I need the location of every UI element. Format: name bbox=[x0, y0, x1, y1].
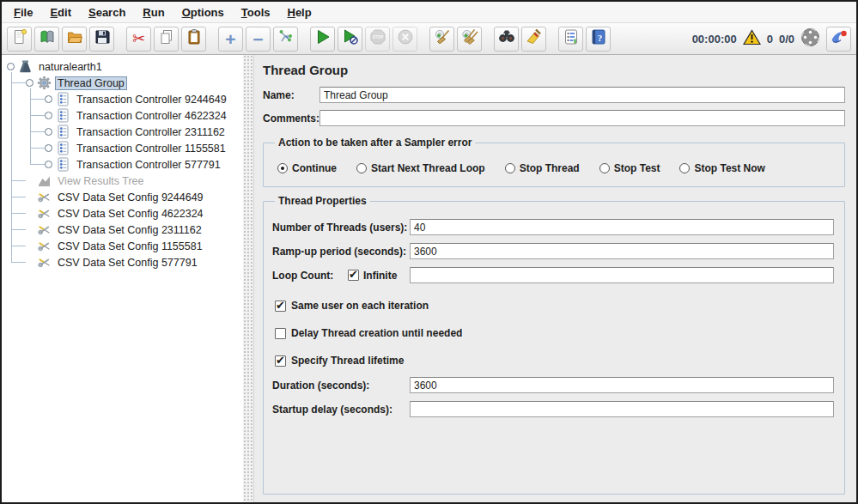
start-button[interactable] bbox=[310, 27, 335, 52]
expand-handle-icon[interactable] bbox=[45, 112, 52, 119]
thread-group-gear-icon bbox=[37, 76, 52, 90]
search-binoculars-icon bbox=[497, 27, 516, 50]
loop-count-input[interactable] bbox=[410, 267, 834, 283]
copy-button[interactable] bbox=[154, 27, 179, 52]
menu-search[interactable]: Search bbox=[80, 4, 134, 21]
menu-bar: FileEditSearchRunOptionsToolsHelp bbox=[2, 2, 856, 23]
comments-input[interactable] bbox=[319, 110, 845, 126]
tree-row[interactable]: View Results Tree bbox=[2, 173, 243, 189]
menu-help[interactable]: Help bbox=[278, 4, 319, 21]
expand-handle-icon[interactable] bbox=[45, 161, 52, 168]
expand-handle-icon[interactable] bbox=[45, 128, 52, 136]
tree-label: CSV Data Set Config 1155581 bbox=[55, 240, 205, 253]
menu-run[interactable]: Run bbox=[134, 4, 173, 21]
csv-config-icon bbox=[37, 206, 52, 221]
svg-text:STOP: STOP bbox=[372, 35, 382, 39]
sampler-error-group: Action to be taken after a Sampler error… bbox=[263, 137, 845, 187]
name-input[interactable] bbox=[319, 87, 845, 103]
tree-row[interactable]: Transaction Controller 9244649 bbox=[2, 91, 243, 107]
menu-edit[interactable]: Edit bbox=[41, 4, 80, 21]
startup-delay-label: Startup delay (seconds): bbox=[272, 404, 410, 416]
help-button[interactable]: ? bbox=[586, 27, 611, 52]
clear-button[interactable] bbox=[429, 27, 454, 52]
tree-row[interactable]: CSV Data Set Config 4622324 bbox=[2, 205, 243, 222]
same-user-checkbox[interactable] bbox=[275, 301, 286, 312]
tree-label: CSV Data Set Config 9244649 bbox=[55, 191, 206, 204]
delay-creation-checkbox[interactable] bbox=[275, 328, 286, 339]
templates-button[interactable] bbox=[34, 27, 59, 52]
tree-row[interactable]: CSV Data Set Config 577791 bbox=[2, 254, 243, 270]
infinite-checkbox[interactable] bbox=[348, 270, 359, 281]
tree-row[interactable]: Transaction Controller 577791 bbox=[2, 156, 243, 173]
shutdown-button[interactable] bbox=[392, 27, 417, 52]
tree-label: CSV Data Set Config 4622324 bbox=[55, 207, 206, 221]
tree-label: Transaction Controller 4622324 bbox=[74, 109, 229, 123]
collapse-handle-icon[interactable] bbox=[7, 63, 15, 70]
search-reset-button[interactable] bbox=[521, 27, 546, 52]
tree-label: Thread Group bbox=[55, 76, 127, 90]
save-button[interactable] bbox=[89, 27, 114, 52]
tree-label: CSV Data Set Config 577791 bbox=[55, 256, 200, 270]
transaction-controller-icon bbox=[56, 124, 70, 139]
rampup-label: Ramp-up period (seconds): bbox=[272, 246, 410, 258]
stop-button[interactable]: STOP bbox=[365, 27, 390, 52]
elapsed-timer: 00:00:00 bbox=[692, 33, 737, 46]
tree-connector bbox=[30, 148, 45, 149]
expand-handle-icon[interactable] bbox=[45, 95, 52, 103]
search-button[interactable] bbox=[494, 27, 519, 52]
tree-row[interactable]: Thread Group bbox=[2, 75, 243, 91]
radio-stop-test[interactable]: Stop Test bbox=[599, 162, 660, 174]
remote-indicator-icon bbox=[800, 27, 820, 51]
tree-row[interactable]: CSV Data Set Config 9244649 bbox=[2, 189, 243, 205]
toolbar-status: 00:00:00 0 0/0 bbox=[692, 27, 851, 52]
rampup-input[interactable] bbox=[410, 243, 834, 259]
remove-button[interactable]: − bbox=[246, 27, 271, 52]
radio-label: Stop Test bbox=[614, 162, 660, 174]
jmeter-logo-icon bbox=[830, 28, 849, 49]
startup-delay-input[interactable] bbox=[410, 401, 834, 417]
thread-properties-group: Thread Properties Number of Threads (use… bbox=[263, 195, 845, 495]
tree-row[interactable]: Transaction Controller 4622324 bbox=[2, 107, 243, 124]
radio-stop-test-now[interactable]: Stop Test Now bbox=[679, 162, 764, 174]
toggle-branch-icon bbox=[277, 28, 295, 49]
new-file-button[interactable] bbox=[7, 27, 32, 52]
open-button[interactable] bbox=[62, 27, 87, 52]
tree-row[interactable]: CSV Data Set Config 2311162 bbox=[2, 222, 243, 238]
tree-connector bbox=[11, 246, 26, 246]
tree-row[interactable]: naturalearth1 bbox=[2, 58, 243, 75]
tree-row[interactable]: CSV Data Set Config 1155581 bbox=[2, 238, 243, 254]
collapse-handle-icon[interactable] bbox=[26, 79, 33, 87]
tree-row[interactable]: Transaction Controller 1155581 bbox=[2, 140, 243, 156]
num-threads-label: Number of Threads (users): bbox=[272, 222, 410, 234]
page-title: Thread Group bbox=[263, 63, 845, 77]
menu-options[interactable]: Options bbox=[173, 4, 233, 21]
expand-handle-icon[interactable] bbox=[45, 144, 52, 152]
main-panel: Thread Group Name: Comments: Action to b… bbox=[253, 55, 856, 502]
function-helper-button[interactable] bbox=[558, 27, 583, 52]
split-divider[interactable] bbox=[243, 55, 253, 502]
duration-input[interactable] bbox=[410, 377, 834, 393]
cut-scissors-icon: ✂ bbox=[132, 31, 145, 46]
radio-stop-thread[interactable]: Stop Thread bbox=[505, 162, 580, 174]
menu-tools[interactable]: Tools bbox=[233, 4, 279, 21]
add-plus-icon: + bbox=[225, 30, 235, 48]
comments-label: Comments: bbox=[263, 112, 319, 124]
menu-file[interactable]: File bbox=[5, 4, 41, 21]
paste-button[interactable] bbox=[181, 27, 206, 52]
num-threads-input[interactable] bbox=[410, 219, 834, 235]
thread-lifetime-checkbox[interactable] bbox=[275, 355, 286, 367]
toggle-button[interactable] bbox=[273, 27, 298, 52]
tree: naturalearth1 Thread Group Transaction C… bbox=[2, 58, 243, 270]
radio-start-next-thread-loop[interactable]: Start Next Thread Loop bbox=[356, 162, 485, 174]
add-button[interactable]: + bbox=[218, 27, 243, 52]
cut-button[interactable]: ✂ bbox=[126, 27, 151, 52]
warning-icon[interactable] bbox=[743, 29, 761, 49]
jmeter-window: FileEditSearchRunOptionsToolsHelp ✂ + − bbox=[0, 0, 858, 504]
jmeter-logo-button[interactable] bbox=[826, 27, 851, 52]
radio-continue[interactable]: Continue bbox=[277, 162, 337, 174]
clear-all-button[interactable] bbox=[457, 27, 482, 52]
tree-label: Transaction Controller 1155581 bbox=[74, 142, 228, 155]
tree-row[interactable]: Transaction Controller 2311162 bbox=[2, 124, 243, 140]
transaction-controller-icon bbox=[56, 157, 70, 172]
start-no-pauses-button[interactable] bbox=[338, 27, 362, 52]
